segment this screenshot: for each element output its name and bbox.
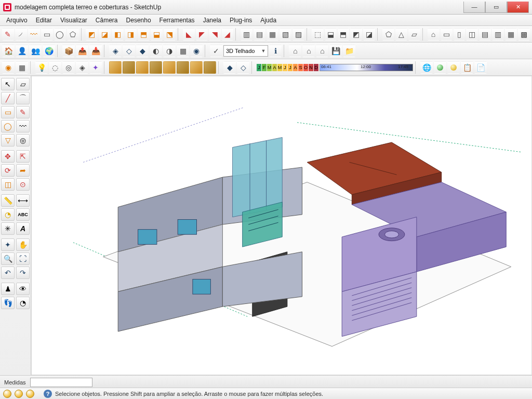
axes-tool[interactable]: ✳ (1, 222, 15, 235)
3dtext-tool[interactable]: A (16, 222, 30, 235)
tool-icon[interactable]: ⟋ (15, 28, 27, 41)
tool-icon[interactable]: ⌂ (289, 45, 301, 57)
checkmark-icon[interactable]: ✓ (210, 45, 222, 57)
previous-tool[interactable]: ↶ (1, 267, 15, 279)
offset2-tool[interactable]: ⊙ (16, 178, 30, 191)
followme-tool[interactable]: ➦ (16, 164, 30, 177)
tool-icon[interactable]: ▨ (292, 28, 304, 41)
tool-icon[interactable]: 📥 (89, 45, 102, 57)
tool-icon[interactable]: ◈ (109, 45, 122, 57)
tool-icon[interactable]: ⬓ (151, 28, 163, 41)
status-icon[interactable] (3, 390, 11, 398)
tool-icon[interactable]: ◆ (223, 61, 236, 74)
tool-icon[interactable]: ℹ (269, 45, 282, 57)
tool-icon[interactable]: 📄 (474, 61, 487, 74)
tool-icon[interactable]: ◨ (125, 28, 137, 41)
tool-icon[interactable]: ◧ (112, 28, 124, 41)
position-camera-tool[interactable]: ♟ (1, 283, 15, 295)
material-swatch[interactable] (109, 61, 122, 74)
time-of-day-slider[interactable]: 06:41 12:00 17:45 (320, 64, 413, 71)
tool-icon[interactable]: ◥ (209, 28, 221, 41)
select-tool[interactable]: ↖ (1, 78, 15, 90)
menu-camera[interactable]: Câmera (91, 16, 122, 25)
menu-arquivo[interactable]: Arquivo (2, 16, 32, 25)
tool-icon[interactable]: ⬠ (382, 28, 394, 41)
walk-tool[interactable]: 👣 (1, 297, 15, 309)
tool-icon[interactable]: ⬔ (164, 28, 176, 41)
tool-icon[interactable]: ◉ (2, 61, 15, 74)
material-swatch[interactable] (123, 61, 135, 74)
tool-icon[interactable]: ⌂ (302, 45, 315, 57)
tool-icon[interactable]: 💾 (329, 45, 342, 57)
style-dropdown[interactable]: 3D Telhado ▼ (223, 45, 268, 57)
tool-icon[interactable]: ◯ (54, 28, 66, 41)
pencil-tool[interactable]: ✎ (16, 106, 30, 118)
tool-icon[interactable]: ◫ (466, 28, 478, 41)
tool-icon[interactable]: ▭ (41, 28, 53, 41)
menu-editar[interactable]: Editar (32, 16, 56, 25)
tool-icon[interactable]: ◌ (49, 61, 61, 74)
material-swatch[interactable] (204, 61, 216, 74)
tool-icon[interactable]: 📦 (62, 45, 75, 57)
tool-icon[interactable]: 💡 (35, 61, 48, 74)
tool-icon[interactable]: ◆ (136, 45, 149, 57)
tool-icon[interactable]: ◑ (163, 45, 176, 57)
material-swatch[interactable] (177, 61, 189, 74)
tool-icon[interactable]: 🌍 (43, 45, 55, 57)
tool-icon[interactable]: ✎ (2, 28, 14, 41)
tape-tool[interactable]: 📏 (1, 194, 15, 207)
tool-icon[interactable]: ⬒ (138, 28, 150, 41)
tool-icon[interactable]: ⌂ (316, 45, 328, 57)
tool-icon[interactable]: ▯ (454, 28, 466, 41)
tool-icon[interactable]: ◣ (183, 28, 195, 41)
tool-icon[interactable]: 📤 (76, 45, 88, 57)
section-tool[interactable]: ◔ (16, 297, 30, 309)
menu-visualizar[interactable]: Visualizar (56, 16, 91, 25)
tool-icon[interactable]: ⬠ (67, 28, 79, 41)
tool-icon[interactable]: ◈ (76, 61, 88, 74)
next-tool[interactable]: ↷ (16, 267, 30, 279)
menu-ajuda[interactable]: Ajuda (256, 16, 281, 25)
tool-icon[interactable]: ✦ (89, 61, 102, 74)
tool-icon[interactable]: ◇ (123, 45, 135, 57)
menu-desenho[interactable]: Desenho (122, 16, 155, 25)
tool-icon[interactable]: ◤ (196, 28, 208, 41)
pushpull-tool[interactable]: ⇱ (16, 150, 30, 163)
move-tool[interactable]: ✥ (1, 150, 15, 163)
tool-icon[interactable]: ◪ (99, 28, 111, 41)
months-strip[interactable]: J F M A M J J A S O N D (257, 64, 318, 71)
tool-icon[interactable]: ◇ (237, 61, 249, 74)
tool-icon[interactable]: 〰 (28, 28, 40, 41)
text-tool[interactable]: ABC (16, 208, 30, 221)
rectangle-tool[interactable]: ▭ (1, 106, 15, 118)
tool-icon[interactable]: 👤 (16, 45, 28, 57)
tool-icon[interactable]: 👥 (29, 45, 42, 57)
zoom-tool[interactable]: 🔍 (1, 252, 15, 265)
3d-viewport[interactable] (31, 76, 532, 375)
status-icon[interactable] (26, 390, 34, 398)
tool-icon[interactable]: △ (395, 28, 407, 41)
tool-icon[interactable]: ▥ (492, 28, 504, 41)
eraser-tool[interactable]: ▱ (16, 78, 30, 90)
orbit-tool[interactable]: ✦ (1, 238, 15, 251)
status-icon[interactable] (15, 390, 23, 398)
tool-icon[interactable]: ▦ (16, 61, 28, 74)
arc-tool[interactable]: ⌒ (16, 92, 30, 104)
help-icon[interactable]: ? (44, 390, 52, 398)
zoom-extents-tool[interactable]: ⛶ (16, 252, 30, 265)
tool-icon[interactable]: ▤ (254, 28, 265, 41)
pan-tool[interactable]: ✋ (16, 238, 30, 251)
scale-tool[interactable]: ◫ (1, 178, 15, 191)
menu-plugins[interactable]: Plug-ins (225, 16, 256, 25)
tool-icon[interactable]: ◪ (363, 28, 375, 41)
tool-icon[interactable]: ▤ (479, 28, 491, 41)
close-button[interactable]: ✕ (507, 2, 529, 13)
maximize-button[interactable]: ▭ (485, 2, 507, 13)
minimize-button[interactable]: — (463, 2, 485, 13)
tool-icon[interactable]: 📁 (343, 45, 355, 57)
status-dot[interactable] (434, 61, 446, 74)
tool-icon[interactable]: ▱ (408, 28, 420, 41)
tool-icon[interactable]: ▦ (267, 28, 278, 41)
tool-icon[interactable]: ▭ (441, 28, 453, 41)
tool-icon[interactable]: ▧ (280, 28, 291, 41)
